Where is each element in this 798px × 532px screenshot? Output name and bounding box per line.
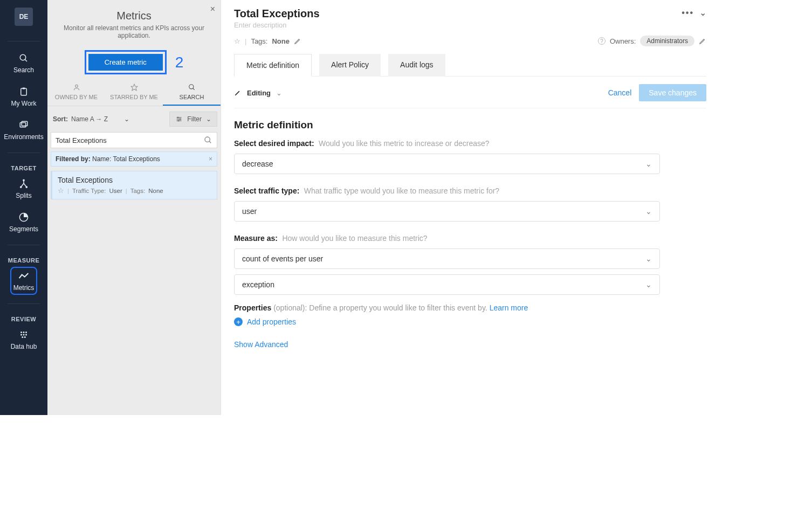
- create-metric-button[interactable]: Create metric: [88, 54, 163, 71]
- panel-header: Metrics Monitor all relevant metrics and…: [47, 0, 221, 43]
- properties-row: Properties (optional): Define a property…: [234, 303, 706, 312]
- chevron-down-icon: ⌄: [645, 160, 652, 168]
- measure-select[interactable]: count of events per user ⌄: [234, 248, 660, 269]
- create-row: Create metric 2: [47, 50, 221, 74]
- event-select[interactable]: exception ⌄: [234, 274, 660, 295]
- nav-section-review: REVIEW: [11, 316, 36, 322]
- nav-item-segments[interactable]: Segments: [9, 211, 38, 233]
- result-title: Total Exceptions: [58, 176, 211, 184]
- nav-label: Metrics: [13, 284, 35, 292]
- sort-control[interactable]: Sort: Name A → Z ⌄: [53, 115, 129, 123]
- edit-owners-icon[interactable]: [699, 37, 706, 45]
- tab-metric-definition[interactable]: Metric definition: [234, 54, 312, 77]
- pencil-icon: [234, 89, 242, 96]
- editing-mode[interactable]: Editing ⌄: [234, 89, 282, 97]
- tab-owned-by-me[interactable]: OWNED BY ME: [47, 80, 105, 106]
- more-actions-button[interactable]: •••: [682, 8, 694, 18]
- nav-label: Environments: [4, 133, 43, 141]
- linechart-icon: [18, 270, 30, 282]
- nav-label: My Work: [11, 100, 36, 107]
- svg-rect-3: [23, 88, 25, 89]
- nav-section-target: TARGET: [11, 165, 36, 171]
- filter-label: Filter: [187, 115, 202, 123]
- traffic-select[interactable]: user ⌄: [234, 201, 660, 222]
- result-meta: ☆ | Traffic Type: User | Tags: None: [58, 186, 211, 195]
- nav-item-metrics[interactable]: Metrics: [13, 270, 35, 292]
- dots-icon: [18, 329, 30, 341]
- traffic-hint: What traffic type would you like to meas…: [304, 186, 499, 195]
- tab-label: SEARCH: [180, 94, 204, 100]
- nav-item-search[interactable]: Search: [13, 52, 34, 74]
- search-input-wrap[interactable]: [51, 132, 217, 148]
- tab-audit-logs[interactable]: Audit logs: [388, 54, 445, 77]
- search-icon: [204, 136, 212, 144]
- nav-label: Segments: [9, 225, 38, 233]
- impact-select[interactable]: decrease ⌄: [234, 154, 660, 174]
- app-root: DE Search My Work Environments TARGET: [0, 0, 717, 415]
- clipboard-icon: [18, 86, 30, 98]
- header-actions: ••• ⌄: [682, 8, 706, 18]
- chevron-down-icon: ⌄: [124, 115, 129, 123]
- tags-value: None: [272, 37, 290, 45]
- measure-hint: How would you like to measure this metri…: [282, 234, 427, 243]
- metric-result-card[interactable]: Total Exceptions ☆ | Traffic Type: User …: [51, 171, 217, 199]
- owners-label: Owners:: [610, 37, 636, 45]
- svg-point-6: [20, 186, 22, 188]
- owners-block: ? Owners: Administrators: [598, 36, 706, 46]
- svg-point-9: [20, 331, 22, 333]
- help-icon[interactable]: ?: [598, 37, 606, 45]
- tab-alert-policy[interactable]: Alert Policy: [319, 54, 381, 77]
- impact-value: decrease: [242, 160, 273, 168]
- search-input[interactable]: [56, 136, 204, 144]
- nav-item-mywork[interactable]: My Work: [11, 86, 36, 107]
- measure-label: Measure as:: [234, 234, 278, 243]
- entity-description-placeholder[interactable]: Enter description: [234, 21, 320, 29]
- cancel-button[interactable]: Cancel: [608, 88, 632, 97]
- add-properties-button[interactable]: + Add properties: [234, 317, 706, 326]
- metrics-panel: × Metrics Monitor all relevant metrics a…: [47, 0, 221, 415]
- entity-header: Total Exceptions Enter description ••• ⌄: [234, 8, 706, 29]
- svg-line-28: [209, 141, 211, 143]
- impact-label: Select desired impact:: [234, 139, 314, 148]
- nav-item-splits[interactable]: Splits: [16, 178, 31, 199]
- chevron-down-icon: ⌄: [276, 89, 282, 97]
- star-outline-icon[interactable]: ☆: [58, 186, 64, 195]
- show-advanced-link[interactable]: Show Advanced: [234, 340, 706, 349]
- workspace-badge[interactable]: DE: [15, 8, 33, 26]
- filtered-by-value: Name: Total Exceptions: [92, 155, 160, 163]
- svg-rect-2: [21, 88, 27, 95]
- svg-rect-4: [20, 123, 26, 127]
- clear-filter-icon[interactable]: ×: [209, 155, 212, 163]
- save-changes-button[interactable]: Save changes: [639, 84, 706, 101]
- filter-button[interactable]: Filter ⌄: [169, 112, 217, 127]
- nav-item-datahub[interactable]: Data hub: [11, 329, 37, 350]
- svg-rect-5: [22, 121, 27, 126]
- svg-marker-18: [131, 84, 137, 91]
- measure-value2: exception: [242, 280, 274, 289]
- close-icon[interactable]: ×: [210, 4, 215, 14]
- star-icon: [130, 83, 139, 92]
- learn-more-link[interactable]: Learn more: [490, 303, 528, 312]
- plus-circle-icon: +: [234, 317, 243, 326]
- tab-starred-by-me[interactable]: STARRED BY ME: [105, 80, 163, 106]
- chevron-down-icon[interactable]: ⌄: [699, 8, 706, 18]
- svg-point-0: [20, 54, 26, 60]
- svg-point-13: [23, 334, 24, 336]
- star-outline-icon[interactable]: ☆: [234, 37, 240, 45]
- person-icon: [72, 83, 81, 92]
- nav-item-environments[interactable]: Environments: [4, 119, 43, 141]
- sort-value: Name A → Z: [71, 115, 108, 123]
- sort-row: Sort: Name A → Z ⌄ Filter ⌄: [47, 106, 221, 132]
- chevron-down-icon: ⌄: [645, 207, 652, 216]
- nav-divider: [8, 303, 40, 304]
- svg-point-19: [189, 85, 193, 89]
- svg-point-17: [75, 85, 78, 87]
- owner-pill[interactable]: Administrators: [640, 36, 694, 46]
- edit-tags-icon[interactable]: [294, 37, 301, 45]
- tab-search[interactable]: SEARCH: [163, 80, 221, 106]
- entity-tabs: Metric definition Alert Policy Audit log…: [234, 54, 706, 77]
- section-title: Metric definition: [234, 119, 706, 131]
- traffic-value: user: [242, 207, 257, 216]
- svg-point-16: [24, 336, 26, 338]
- measure-value1: count of events per user: [242, 254, 323, 263]
